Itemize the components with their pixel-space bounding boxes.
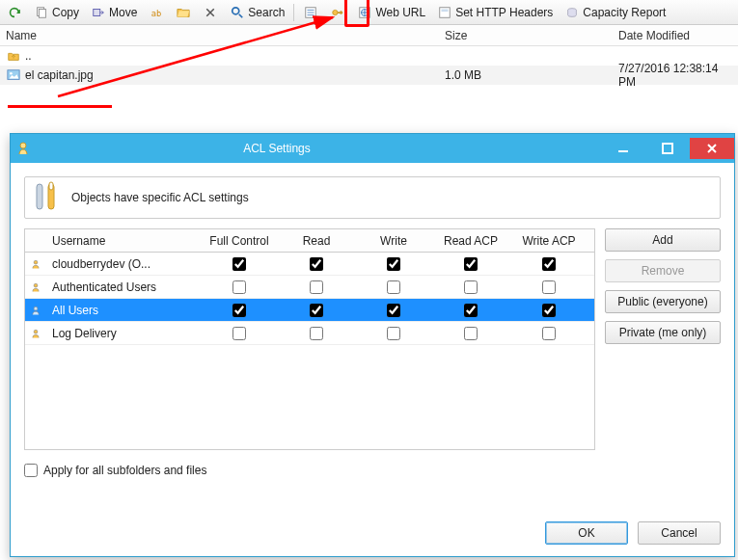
properties-icon [303, 5, 318, 20]
svg-point-13 [10, 72, 13, 75]
acl-row[interactable]: cloudberrydev (O... [25, 253, 594, 276]
svg-rect-9 [440, 7, 451, 17]
perm-full-checkbox[interactable] [232, 257, 246, 271]
parent-label: .. [25, 49, 32, 63]
move-button[interactable]: Move [88, 3, 140, 22]
col-header-size[interactable]: Size [439, 25, 613, 45]
file-list: .. el capitan.jpg 1.0 MB 7/27/2016 12:38… [0, 46, 738, 85]
perm-write_acp-checkbox[interactable] [542, 304, 556, 317]
perm-write_acp-checkbox[interactable] [542, 257, 556, 271]
svg-rect-1 [39, 9, 45, 17]
http-headers-button[interactable]: Set HTTP Headers [434, 3, 556, 22]
perm-read-checkbox[interactable] [310, 280, 323, 294]
close-button[interactable] [690, 138, 734, 159]
add-button[interactable]: Add [605, 228, 721, 252]
svg-rect-15 [618, 150, 628, 152]
perm-full-checkbox[interactable] [232, 280, 246, 294]
perm-write_acp-checkbox[interactable] [542, 327, 556, 340]
delete-icon [203, 5, 218, 20]
acl-banner: Objects have specific ACL settings [24, 176, 721, 219]
apply-subfolders-row[interactable]: Apply for all subfolders and files [24, 464, 721, 477]
acl-row[interactable]: All Users [25, 299, 594, 322]
svg-point-6 [333, 10, 338, 14]
user-icon [25, 303, 46, 318]
acl-row[interactable]: Log Delivery [25, 322, 594, 345]
user-icon [25, 280, 46, 295]
perm-full-checkbox[interactable] [232, 327, 246, 340]
perm-write-checkbox[interactable] [387, 327, 400, 340]
refresh-button[interactable] [4, 3, 25, 22]
refresh-icon [7, 5, 22, 20]
cancel-button[interactable]: Cancel [638, 521, 721, 545]
ok-button[interactable]: OK [545, 521, 628, 545]
acl-table: Username Full Control Read Write Read AC… [24, 228, 595, 450]
perm-read_acp-checkbox[interactable] [464, 280, 478, 294]
highlight-filename [8, 105, 112, 108]
dialog-titlebar[interactable]: ACL Settings [11, 134, 734, 163]
svg-point-4 [232, 7, 239, 13]
image-file-icon [6, 67, 21, 83]
move-label: Move [109, 6, 137, 19]
new-folder-button[interactable] [173, 3, 194, 22]
move-icon [91, 5, 106, 20]
web-url-button[interactable]: Web URL [354, 3, 428, 22]
capacity-report-button[interactable]: Capacity Report [561, 3, 669, 22]
file-size: 1.0 MB [445, 68, 481, 82]
svg-point-14 [20, 143, 26, 148]
acl-tools-icon [33, 180, 62, 216]
minimize-button[interactable] [601, 138, 645, 159]
search-button[interactable]: Search [227, 3, 287, 22]
dialog-icon [11, 141, 40, 156]
svg-point-22 [34, 307, 38, 310]
acl-username: Log Delivery [46, 327, 201, 340]
file-row[interactable]: el capitan.jpg 1.0 MB 7/27/2016 12:38:14… [0, 66, 738, 85]
apply-subfolders-checkbox[interactable] [24, 464, 38, 477]
perm-read_acp-checkbox[interactable] [464, 327, 478, 340]
dialog-title: ACL Settings [40, 142, 601, 155]
col-write[interactable]: Write [355, 234, 432, 248]
properties-button[interactable] [300, 3, 321, 22]
perm-write-checkbox[interactable] [387, 280, 400, 294]
delete-button[interactable] [200, 3, 221, 22]
acl-button[interactable] [327, 3, 348, 22]
perm-read-checkbox[interactable] [310, 257, 323, 271]
col-header-date[interactable]: Date Modified [613, 25, 738, 45]
perm-read_acp-checkbox[interactable] [464, 304, 478, 317]
perm-write_acp-checkbox[interactable] [542, 280, 556, 294]
svg-rect-2 [94, 9, 100, 15]
separator [293, 4, 294, 21]
web-url-label: Web URL [375, 6, 425, 19]
http-headers-label: Set HTTP Headers [455, 6, 553, 19]
acl-side-buttons: Add Remove Public (everyone) Private (me… [605, 228, 721, 450]
col-read-acp[interactable]: Read ACP [432, 234, 509, 248]
svg-rect-17 [37, 184, 42, 209]
col-header-name[interactable]: Name [0, 25, 439, 45]
perm-full-checkbox[interactable] [232, 304, 246, 317]
copy-icon [34, 5, 49, 20]
copy-button[interactable]: Copy [31, 3, 82, 22]
copy-label: Copy [52, 6, 79, 19]
svg-rect-19 [49, 182, 53, 190]
acl-username: Authenticated Users [46, 280, 201, 294]
maximize-button[interactable] [645, 138, 690, 159]
public-button[interactable]: Public (everyone) [605, 290, 721, 313]
user-icon [25, 256, 46, 272]
perm-read-checkbox[interactable] [310, 327, 323, 340]
col-write-acp[interactable]: Write ACP [509, 234, 588, 248]
perm-write-checkbox[interactable] [387, 304, 400, 317]
col-read[interactable]: Read [278, 234, 355, 248]
folder-open-icon [176, 5, 191, 20]
col-username[interactable]: Username [46, 234, 201, 248]
acl-banner-text: Objects have specific ACL settings [71, 191, 249, 204]
rename-button[interactable]: ab [146, 3, 167, 22]
svg-rect-16 [663, 144, 672, 153]
perm-read-checkbox[interactable] [310, 304, 323, 317]
acl-username: All Users [46, 304, 201, 317]
acl-key-icon [330, 5, 345, 20]
perm-write-checkbox[interactable] [387, 257, 400, 271]
acl-dialog: ACL Settings Objects have specific ACL [10, 133, 735, 557]
acl-row[interactable]: Authenticated Users [25, 276, 594, 299]
col-full-control[interactable]: Full Control [201, 234, 278, 248]
perm-read_acp-checkbox[interactable] [464, 257, 478, 271]
private-button[interactable]: Private (me only) [605, 321, 721, 344]
